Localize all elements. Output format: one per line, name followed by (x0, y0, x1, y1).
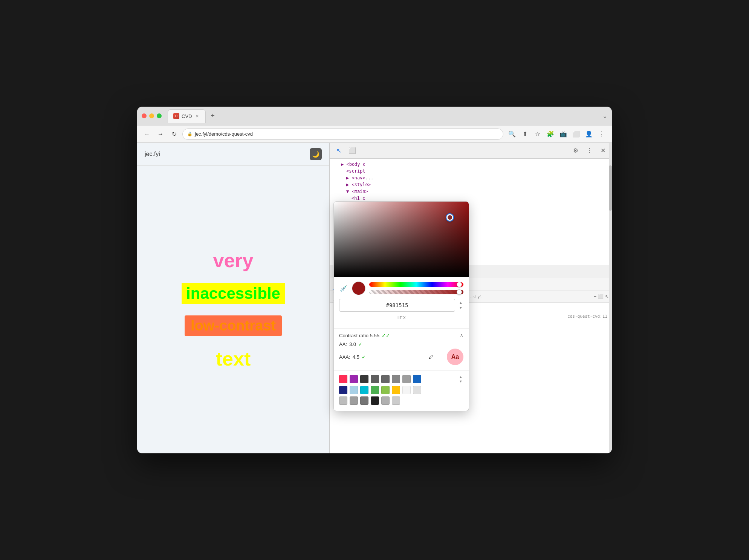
mac-window: C CVD ✕ + ⌄ ← → ↻ 🔒 jec.fyi/demo/cds-que… (137, 107, 612, 453)
swatch-mid2[interactable] (350, 396, 358, 405)
tree-node-nav[interactable]: ▶ <nav>... (330, 174, 612, 181)
url-text: jec.fyi/demo/cds-quest-cvd (195, 131, 253, 137)
alpha-slider[interactable] (369, 290, 463, 294)
swatch-darkblue[interactable] (339, 386, 347, 394)
cast-button[interactable]: 📺 (558, 129, 569, 140)
nav-bar: ← → ↻ 🔒 jec.fyi/demo/cds-quest-cvd 🔍 ⬆ ☆… (137, 125, 612, 143)
responsive-design-button[interactable]: ⬜ (347, 145, 358, 156)
close-window-button[interactable] (142, 113, 147, 118)
address-bar[interactable]: 🔒 jec.fyi/demo/cds-quest-cvd (182, 129, 503, 140)
swatch-green[interactable] (371, 386, 379, 394)
scrollbar-thumb[interactable] (609, 165, 612, 211)
hex-input[interactable]: #981515 (339, 299, 455, 312)
forward-button[interactable]: → (155, 129, 166, 139)
tree-node-script1[interactable]: <script (330, 168, 612, 174)
contrast-rows: AA: 3.0 ✓ AAA: 4.5 ✓ 🖊 Aa (339, 341, 463, 365)
tree-node-style1[interactable]: ▶ <style> (330, 181, 612, 188)
site-title: jec.fyi (145, 151, 160, 158)
swatch-gray2[interactable] (392, 375, 400, 383)
swatch-alt2[interactable] (392, 396, 400, 405)
nav-actions: 🔍 ⬆ ☆ 🧩 📺 ⬜ 👤 ⋮ (506, 129, 607, 140)
eyedropper-contrast-button[interactable]: 🖊 (428, 354, 433, 360)
aa-row: AA: 3.0 ✓ (339, 341, 463, 347)
swatch-lightgray[interactable] (413, 386, 421, 394)
hex-down-arrow[interactable]: ▼ (458, 306, 463, 310)
hue-slider[interactable] (369, 282, 463, 287)
devtools-settings-button[interactable]: ⚙ (570, 145, 581, 156)
account-button[interactable]: 👤 (583, 129, 595, 140)
sidebar-button[interactable]: ⬜ (570, 129, 582, 140)
swatch-mid1[interactable] (339, 396, 347, 405)
browser-tab-cvd[interactable]: C CVD ✕ (168, 109, 206, 123)
maximize-window-button[interactable] (157, 113, 162, 118)
eyedropper-button[interactable]: 💉 (339, 284, 348, 293)
aa-check-icon: ✓ (358, 341, 362, 347)
color-swatch-preview[interactable] (352, 282, 365, 295)
bookmark-button[interactable]: ☆ (532, 129, 543, 140)
tab-area: C CVD ✕ + ⌄ (168, 109, 607, 123)
swatch-blue[interactable] (413, 375, 421, 383)
css-toolbar-buttons: + ⬜ ↖ (594, 294, 609, 299)
aa-preview: Aa (447, 349, 463, 365)
tree-node-body[interactable]: ▶ <body c (330, 161, 612, 168)
copy-style-button[interactable]: ⬜ (598, 294, 604, 299)
swatches-scroll-arrows: ▲ ▼ (458, 375, 463, 384)
demo-word-text: text (216, 347, 251, 370)
hex-label: HEX (339, 315, 463, 320)
swatch-lightblue[interactable] (350, 386, 358, 394)
swatches-down-arrow[interactable]: ▼ (458, 379, 463, 384)
swatches-up-arrow[interactable]: ▲ (458, 375, 463, 379)
swatch-white[interactable] (402, 386, 411, 394)
back-button[interactable]: ← (142, 129, 152, 139)
demo-word-very: very (213, 249, 254, 272)
tab-close-button[interactable]: ✕ (194, 113, 200, 119)
page-demo: very inaccessible low-contrast text (137, 166, 329, 453)
refresh-button[interactable]: ↻ (169, 129, 179, 139)
hue-slider-thumb[interactable] (457, 282, 462, 287)
demo-word-lowcontrast: low-contrast (185, 315, 282, 336)
color-swatches-section: ▲ ▼ (334, 370, 469, 411)
contrast-header: Contrast ratio 5.55 ✓✓ ∧ (339, 332, 463, 338)
swatch-mid3[interactable] (360, 396, 368, 405)
tab-title: CVD (182, 113, 192, 119)
css-source-link[interactable]: cds-quest-cvd:11 (567, 314, 607, 319)
menu-button[interactable]: ⋮ (596, 129, 607, 140)
swatch-lightgreen[interactable] (381, 386, 390, 394)
hex-input-row: #981515 ▲ ▼ (339, 299, 463, 312)
share-button[interactable]: ⬆ (519, 129, 530, 140)
contrast-expand-button[interactable]: ∧ (460, 332, 463, 338)
aa-value: 3.0 (349, 341, 356, 347)
devtools-more-button[interactable]: ⋮ (584, 145, 595, 156)
hex-arrows: ▲ ▼ (458, 300, 463, 310)
search-button[interactable]: 🔍 (506, 129, 518, 140)
color-picker-controls: 💉 #981515 (334, 277, 469, 328)
swatch-yellow[interactable] (392, 386, 400, 394)
hex-up-arrow[interactable]: ▲ (458, 300, 463, 305)
tree-node-h1-1[interactable]: <h1 c (330, 195, 612, 202)
swatch-purple[interactable] (350, 375, 358, 383)
color-picker-cursor[interactable] (446, 214, 453, 221)
add-style-button[interactable]: + (594, 294, 596, 299)
swatch-alt1[interactable] (381, 396, 390, 405)
page-header: jec.fyi 🌙 (137, 143, 329, 166)
swatch-gray3[interactable] (402, 375, 411, 383)
swatch-dark2[interactable] (371, 375, 379, 383)
dark-mode-button[interactable]: 🌙 (310, 148, 322, 160)
color-gradient-area[interactable] (334, 202, 469, 277)
swatch-dark1[interactable] (360, 375, 368, 383)
aaa-value: 4.5 (353, 354, 359, 360)
inspect-element-button[interactable]: ↖ (333, 145, 344, 156)
traffic-lights (142, 113, 162, 118)
swatch-cyan[interactable] (360, 386, 368, 394)
tab-list-button[interactable]: ⌄ (602, 112, 607, 119)
inspect-style-button[interactable]: ↖ (605, 294, 609, 299)
minimize-window-button[interactable] (149, 113, 154, 118)
swatch-hotpink[interactable] (339, 375, 347, 383)
devtools-close-button[interactable]: ✕ (598, 145, 608, 156)
swatch-darkest[interactable] (371, 396, 379, 405)
extensions-button[interactable]: 🧩 (545, 129, 556, 140)
swatch-gray1[interactable] (381, 375, 390, 383)
tree-node-main[interactable]: ▼ <main> (330, 188, 612, 195)
new-tab-button[interactable]: + (207, 111, 218, 121)
alpha-slider-thumb[interactable] (457, 289, 462, 295)
